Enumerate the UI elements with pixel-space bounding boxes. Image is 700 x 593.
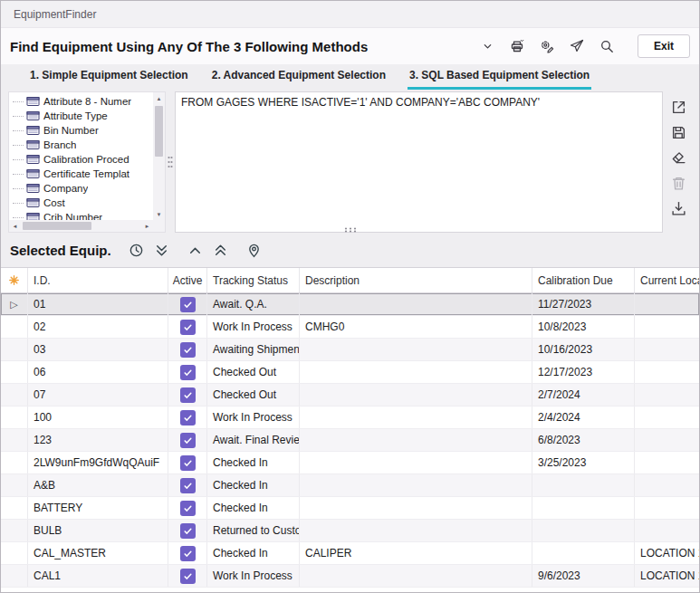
print-options-icon[interactable] <box>539 38 555 54</box>
column-header-id[interactable]: I.D. <box>28 268 168 292</box>
history-clock-icon[interactable] <box>128 241 146 259</box>
cell-tracking-status[interactable]: Checked Out <box>207 361 300 383</box>
send-icon[interactable] <box>569 38 585 54</box>
active-checkbox[interactable] <box>180 501 196 516</box>
cell-description[interactable] <box>300 361 532 383</box>
table-row[interactable]: CAL_MASTERChecked InCALIPERLOCATION 1 <box>1 542 699 565</box>
cell-tracking-status[interactable]: Work In Process <box>207 565 300 587</box>
search-icon[interactable] <box>599 38 615 54</box>
cell-description[interactable] <box>300 497 532 519</box>
active-checkbox[interactable] <box>180 342 196 358</box>
tab-advanced-selection[interactable]: 2. Advanced Equipment Selection <box>210 69 388 90</box>
column-header-description[interactable]: Description <box>300 268 532 292</box>
cell-id[interactable]: 01 <box>28 293 168 315</box>
cell-current-location[interactable] <box>635 361 699 383</box>
tree-item[interactable]: Cost <box>13 196 153 210</box>
active-checkbox[interactable] <box>180 365 196 380</box>
cell-calibration-due[interactable] <box>532 542 635 564</box>
active-checkbox[interactable] <box>180 523 196 539</box>
tree-item[interactable]: Attribute 8 - Numer <box>13 94 153 109</box>
active-checkbox[interactable] <box>180 433 196 448</box>
cell-current-location[interactable] <box>635 497 699 519</box>
cell-description[interactable] <box>300 293 532 315</box>
cell-current-location[interactable] <box>635 406 699 428</box>
scroll-left-arrow-icon[interactable]: ◄ <box>9 220 21 232</box>
cell-description[interactable] <box>300 384 532 406</box>
active-checkbox[interactable] <box>180 478 196 493</box>
cell-tracking-status[interactable]: Work In Process <box>207 316 300 338</box>
column-header-active[interactable]: Active <box>168 268 207 292</box>
active-checkbox[interactable] <box>180 297 196 312</box>
tree-item[interactable]: Branch <box>13 138 153 152</box>
delete-icon[interactable] <box>670 175 687 192</box>
cell-calibration-due[interactable]: 11/27/2023 <box>532 293 635 315</box>
double-chevron-up-icon[interactable] <box>212 241 230 259</box>
cell-id[interactable]: 123 <box>28 429 168 451</box>
active-checkbox[interactable] <box>180 320 196 335</box>
column-header-calibration-due[interactable]: Calibration Due <box>532 268 635 292</box>
cell-id[interactable]: 07 <box>28 384 168 406</box>
cell-tracking-status[interactable]: Await. Q.A. <box>207 293 300 315</box>
cell-current-location[interactable] <box>635 316 699 338</box>
tree-horizontal-scrollbar[interactable]: ◄ ► <box>9 220 153 232</box>
active-checkbox[interactable] <box>180 546 196 561</box>
import-icon[interactable] <box>670 200 687 217</box>
tab-simple-selection[interactable]: 1. Simple Equipment Selection <box>28 69 190 90</box>
table-row[interactable]: 123Await. Final Review6/8/2023 <box>1 429 699 452</box>
cell-current-location[interactable]: LOCATION 1 <box>635 565 699 587</box>
cell-tracking-status[interactable]: Checked In <box>207 542 300 564</box>
cell-current-location[interactable] <box>635 339 699 360</box>
cell-id[interactable]: 100 <box>28 406 168 428</box>
cell-calibration-due[interactable] <box>532 520 635 541</box>
table-row[interactable]: 06Checked Out12/17/2023 <box>1 361 699 384</box>
cell-description[interactable]: CALIPER <box>300 542 532 564</box>
cell-tracking-status[interactable]: Returned to Customer <box>207 520 300 541</box>
active-checkbox[interactable] <box>180 455 196 471</box>
cell-id[interactable]: CAL1 <box>28 565 168 587</box>
cell-calibration-due[interactable]: 3/25/2023 <box>532 452 635 473</box>
exit-button[interactable]: Exit <box>638 34 690 58</box>
table-row[interactable]: 03Awaiting Shipment10/16/2023 <box>1 339 699 361</box>
cell-id[interactable]: A&B <box>28 474 168 496</box>
cell-calibration-due[interactable]: 12/17/2023 <box>532 361 635 383</box>
table-row[interactable]: ▷01Await. Q.A.11/27/2023 <box>1 293 699 316</box>
chevron-up-icon[interactable] <box>187 241 205 259</box>
tree-item[interactable]: Calibration Proced <box>13 152 153 167</box>
cell-current-location[interactable]: LOCATION 1 <box>635 542 699 564</box>
cell-calibration-due[interactable] <box>532 497 635 519</box>
cell-description[interactable] <box>300 520 532 541</box>
horizontal-scroll-thumb[interactable] <box>23 222 91 230</box>
cell-calibration-due[interactable] <box>532 474 635 496</box>
cell-id[interactable]: BATTERY <box>28 497 168 519</box>
active-checkbox[interactable] <box>180 387 196 403</box>
cell-id[interactable]: CAL_MASTER <box>28 542 168 564</box>
cell-current-location[interactable] <box>635 452 699 473</box>
cell-tracking-status[interactable]: Checked In <box>207 452 300 473</box>
vertical-splitter-handle[interactable] <box>166 91 175 233</box>
cell-current-location[interactable] <box>635 474 699 496</box>
cell-id[interactable]: BULB <box>28 520 168 541</box>
scroll-right-arrow-icon[interactable]: ► <box>141 220 153 232</box>
column-header-current-location[interactable]: Current Location <box>635 268 699 292</box>
cell-current-location[interactable] <box>635 293 699 315</box>
sql-editor[interactable]: FROM GAGES WHERE ISACTIVE='1' AND COMPAN… <box>175 91 663 233</box>
table-row[interactable]: BULBReturned to Customer <box>1 520 699 542</box>
tree-item[interactable]: Crib Number <box>13 210 153 220</box>
cell-calibration-due[interactable]: 2/7/2024 <box>532 384 635 406</box>
cell-description[interactable] <box>300 565 532 587</box>
tab-sql-selection[interactable]: 3. SQL Based Equipment Selection <box>408 69 591 90</box>
cell-description[interactable] <box>300 452 532 473</box>
save-icon[interactable] <box>670 124 687 141</box>
table-row[interactable]: A&BChecked In <box>1 474 699 497</box>
scroll-up-arrow-icon[interactable]: ▲ <box>153 92 165 104</box>
cell-tracking-status[interactable]: Awaiting Shipment <box>207 339 300 360</box>
tree-item[interactable]: Certificate Templat <box>13 167 153 181</box>
grid-customize-star-icon[interactable] <box>1 268 28 292</box>
tree-item[interactable]: Bin Number <box>13 123 153 138</box>
cell-description[interactable] <box>300 339 532 360</box>
cell-id[interactable]: 02 <box>28 316 168 338</box>
cell-id[interactable]: 06 <box>28 361 168 383</box>
dropdown-chevron-icon[interactable] <box>479 38 495 54</box>
cell-calibration-due[interactable]: 10/16/2023 <box>532 339 635 360</box>
table-row[interactable]: CAL1Work In Process9/6/2023LOCATION 1 <box>1 565 699 588</box>
